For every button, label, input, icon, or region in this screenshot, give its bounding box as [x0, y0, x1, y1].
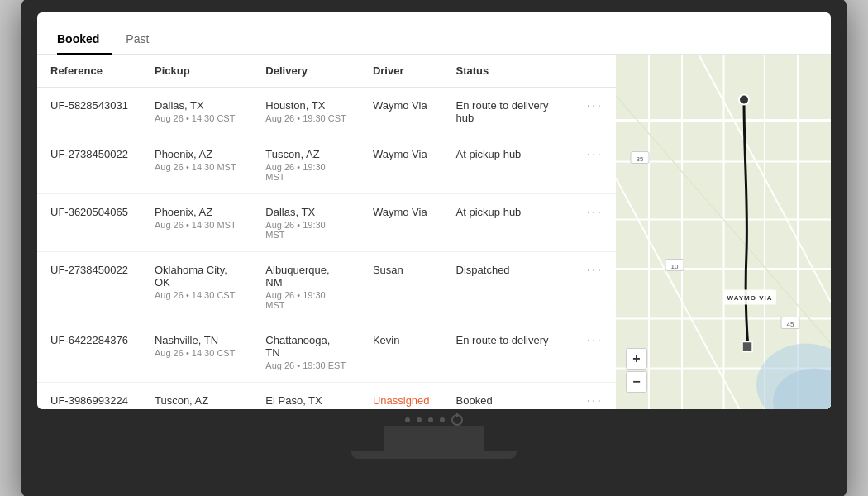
cell-status: At pickup hub — [443, 194, 574, 252]
map-section: WAYMO VIA 35 10 45 — [616, 55, 831, 409]
cell-driver: Waymo Via — [360, 88, 443, 136]
table-row[interactable]: UF-2738450022 Oklahoma City, OK Aug 26 •… — [37, 252, 616, 322]
cell-driver: Unassigned — [360, 383, 443, 410]
tab-booked[interactable]: Booked — [57, 26, 112, 54]
cell-ref: UF-2738450022 — [37, 252, 141, 322]
cell-driver: Waymo Via — [360, 136, 443, 194]
col-pickup: Pickup — [141, 55, 252, 88]
svg-text:35: 35 — [637, 155, 644, 163]
cell-status: En route to delivery hub — [443, 88, 574, 136]
cell-status: Booked — [443, 383, 574, 410]
cell-driver: Susan — [360, 252, 443, 322]
tab-past[interactable]: Past — [126, 26, 162, 54]
indicator-dot-3 — [428, 417, 433, 422]
cell-more: ··· — [574, 194, 616, 252]
table-row[interactable]: UF-3620504065 Phoenix, AZ Aug 26 • 14:30… — [37, 194, 616, 252]
more-options-button[interactable]: ··· — [587, 263, 603, 277]
cell-more: ··· — [574, 383, 616, 410]
cell-status: En route to delivery — [443, 322, 574, 383]
cell-delivery: Chattanooga, TN Aug 26 • 19:30 EST — [252, 322, 360, 383]
monitor-stand — [384, 426, 484, 451]
svg-text:45: 45 — [787, 321, 794, 328]
content-area: Reference Pickup Delivery Driver Status … — [37, 55, 831, 409]
cell-driver: Kevin — [360, 322, 443, 383]
more-options-button[interactable]: ··· — [587, 98, 603, 112]
cell-driver: Waymo Via — [360, 194, 443, 252]
svg-rect-20 — [742, 342, 752, 352]
cell-delivery: El Paso, TX Aug 26 • 19:30 MST — [252, 383, 360, 410]
screen: Booked Past Reference Pickup Delive — [37, 12, 831, 409]
cell-pickup: Nashville, TN Aug 26 • 14:30 CST — [141, 322, 252, 383]
monitor: Booked Past Reference Pickup Delive — [21, 0, 847, 496]
cell-ref: UF-5828543031 — [37, 88, 141, 136]
cell-more: ··· — [574, 88, 616, 136]
table-row[interactable]: UF-3986993224 Tuscon, AZ Aug 26 • 14:30 … — [37, 383, 616, 410]
col-reference: Reference — [37, 55, 141, 88]
svg-text:10: 10 — [671, 263, 679, 270]
cell-ref: UF-3620504065 — [37, 194, 141, 252]
monitor-base — [351, 451, 517, 459]
table-row[interactable]: UF-6422284376 Nashville, TN Aug 26 • 14:… — [37, 322, 616, 383]
more-options-button[interactable]: ··· — [587, 205, 603, 219]
col-delivery: Delivery — [252, 55, 360, 88]
power-button[interactable] — [451, 414, 463, 426]
app: Booked Past Reference Pickup Delive — [37, 12, 831, 409]
cell-delivery: Tuscon, AZ Aug 26 • 19:30 MST — [252, 136, 360, 194]
cell-pickup: Phoenix, AZ Aug 26 • 14:30 MST — [141, 136, 252, 194]
indicator-dot-2 — [417, 417, 422, 422]
cell-pickup: Tuscon, AZ Aug 26 • 14:30 MST — [141, 383, 252, 410]
cell-delivery: Dallas, TX Aug 26 • 19:30 MST — [252, 194, 360, 252]
more-options-button[interactable]: ··· — [587, 333, 603, 347]
cell-ref: UF-3986993224 — [37, 383, 141, 410]
cell-more: ··· — [574, 136, 616, 194]
cell-pickup: Oklahoma City, OK Aug 26 • 14:30 CST — [141, 252, 252, 322]
table-header-row: Reference Pickup Delivery Driver Status — [37, 55, 616, 88]
cell-more: ··· — [574, 322, 616, 383]
cell-pickup: Dallas, TX Aug 26 • 14:30 CST — [141, 88, 252, 136]
cell-more: ··· — [574, 252, 616, 322]
col-driver: Driver — [360, 55, 443, 88]
cell-delivery: Houston, TX Aug 26 • 19:30 CST — [252, 88, 360, 136]
table-row[interactable]: UF-2738450022 Phoenix, AZ Aug 26 • 14:30… — [37, 136, 616, 194]
monitor-bottom-bar — [405, 409, 463, 426]
svg-point-17 — [739, 95, 749, 105]
map-container: WAYMO VIA 35 10 45 — [616, 55, 831, 409]
indicator-dot-1 — [405, 417, 410, 422]
map-svg: WAYMO VIA 35 10 45 — [616, 55, 831, 409]
map-controls: + − — [626, 348, 647, 393]
tabs-bar: Booked Past — [37, 12, 831, 55]
cell-pickup: Phoenix, AZ Aug 26 • 14:30 MST — [141, 194, 252, 252]
more-options-button[interactable]: ··· — [587, 147, 603, 161]
cell-status: Dispatched — [443, 252, 574, 322]
zoom-out-button[interactable]: − — [626, 371, 647, 393]
bookings-table: Reference Pickup Delivery Driver Status … — [37, 55, 616, 409]
cell-ref: UF-6422284376 — [37, 322, 141, 383]
table-row[interactable]: UF-5828543031 Dallas, TX Aug 26 • 14:30 … — [37, 88, 616, 136]
more-options-button[interactable]: ··· — [587, 393, 603, 408]
indicator-dot-4 — [440, 417, 445, 422]
cell-ref: UF-2738450022 — [37, 136, 141, 194]
cell-delivery: Albuquerque, NM Aug 26 • 19:30 MST — [252, 252, 360, 322]
cell-status: At pickup hub — [443, 136, 574, 194]
svg-text:WAYMO VIA: WAYMO VIA — [727, 294, 773, 302]
col-status: Status — [443, 55, 574, 88]
col-actions — [574, 55, 616, 88]
table-section: Reference Pickup Delivery Driver Status … — [37, 55, 616, 409]
zoom-in-button[interactable]: + — [626, 348, 647, 370]
